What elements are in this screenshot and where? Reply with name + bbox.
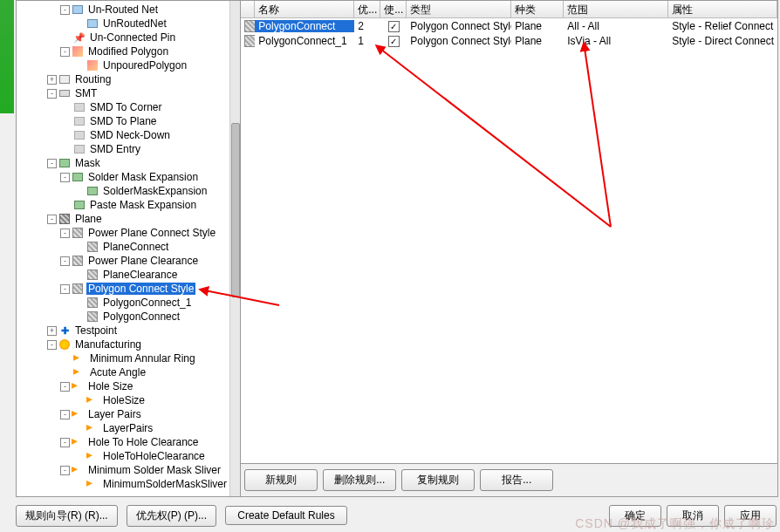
left-accent: [0, 0, 14, 113]
tree-holesize[interactable]: HoleSize: [101, 394, 147, 406]
tree-modified-polygon[interactable]: Modified Polygon: [86, 45, 170, 58]
cell-attr: Style - Relief Connect: [668, 20, 777, 32]
rules-list: 名称 优... 使... 类型 种类 范围 属性 PolygonConnect …: [241, 1, 777, 464]
rule-icon: [244, 20, 255, 32]
tree-layer-pairs[interactable]: Layer Pairs: [86, 408, 143, 420]
tree-plane[interactable]: Plane: [73, 213, 104, 225]
cell-name: PolygonConnect_1: [255, 35, 354, 47]
tree-scrollbar[interactable]: [229, 1, 240, 496]
flag-icon: [72, 436, 84, 448]
scrollbar-thumb[interactable]: [231, 123, 240, 297]
tree-hole-to-hole[interactable]: Hole To Hole Clearance: [86, 436, 201, 448]
col-kind[interactable]: 种类: [511, 1, 564, 17]
watermark: CSDN @我成了啊强，你成了啊珍: [575, 516, 775, 532]
tree-acute-angle[interactable]: Acute Angle: [88, 366, 147, 379]
tree-unroutednet[interactable]: UnRoutedNet: [101, 17, 168, 30]
flag-icon: [73, 352, 86, 365]
flag-icon: [73, 366, 86, 379]
rules-list-pane: 名称 优... 使... 类型 种类 范围 属性 PolygonConnect …: [241, 1, 777, 496]
flag-icon: [72, 464, 84, 476]
cell-type: Polygon Connect Style: [407, 20, 511, 32]
cell-name: PolygonConnect: [255, 20, 354, 32]
enable-checkbox[interactable]: [388, 36, 400, 47]
tree-power-plane-clearance[interactable]: Power Plane Clearance: [86, 255, 200, 267]
tree-mask[interactable]: Mask: [73, 157, 102, 169]
flag-icon: [86, 394, 99, 406]
rule-wizard-button[interactable]: 规则向导(R) (R)...: [16, 505, 118, 527]
tree-manufacturing[interactable]: Manufacturing: [73, 338, 143, 351]
tree-soldermaskexpansion[interactable]: SolderMaskExpansion: [101, 185, 209, 197]
col-enable[interactable]: 使...: [380, 1, 407, 17]
tree-testpoint[interactable]: Testpoint: [73, 324, 119, 337]
tree-min-annular[interactable]: Minimum Annular Ring: [88, 352, 197, 365]
cell-scope: IsVia - All: [564, 35, 668, 47]
cell-priority: 1: [354, 35, 380, 47]
rule-icon: [244, 35, 255, 47]
main-panel: -Un-Routed Net UnRoutedNet Un-Connected …: [16, 0, 778, 497]
tree-smd-entry[interactable]: SMD Entry: [88, 143, 142, 155]
cell-attr: Style - Direct Connect: [668, 35, 777, 47]
enable-checkbox[interactable]: [388, 21, 400, 32]
new-rule-button[interactable]: 新规则: [244, 469, 318, 491]
rules-tree-pane: -Un-Routed Net UnRoutedNet Un-Connected …: [17, 1, 241, 496]
tree-smd-neck[interactable]: SMD Neck-Down: [88, 129, 172, 141]
tree-minsoldermasksliver[interactable]: MinimumSolderMaskSliver: [101, 478, 229, 490]
cell-kind: Plane: [511, 35, 564, 47]
tree-smd-corner[interactable]: SMD To Corner: [88, 101, 163, 113]
cell-scope: All - All: [564, 20, 668, 32]
tree-holetoholeclearance[interactable]: HoleToHoleClearance: [101, 450, 207, 462]
tree-solder-mask-exp[interactable]: Solder Mask Expansion: [86, 171, 200, 183]
tree-hole-size[interactable]: Hole Size: [86, 380, 134, 392]
list-header: 名称 优... 使... 类型 种类 范围 属性: [241, 1, 777, 18]
priority-button[interactable]: 优先权(P) (P)...: [127, 505, 216, 527]
tree-routing[interactable]: Routing: [73, 73, 113, 85]
tree-unconnected-pin[interactable]: Un-Connected Pin: [88, 31, 177, 44]
tree-smd-plane[interactable]: SMD To Plane: [88, 115, 158, 127]
create-default-rules-button[interactable]: Create Default Rules: [225, 506, 347, 525]
tree-min-solder-sliver[interactable]: Minimum Solder Mask Sliver: [86, 464, 222, 476]
flag-icon: [86, 478, 99, 490]
tree-layerpairs[interactable]: LayerPairs: [101, 422, 154, 434]
tree-polygonconnect[interactable]: PolygonConnect: [101, 310, 181, 323]
tree-unpoured-polygon[interactable]: UnpouredPolygon: [101, 59, 188, 72]
list-buttons: 新规则 删除规则... 复制规则 报告...: [241, 464, 777, 496]
testpoint-icon: [58, 324, 71, 337]
col-attr[interactable]: 属性: [668, 1, 777, 17]
tree-unrouted-net[interactable]: Un-Routed Net: [86, 3, 160, 16]
tree-planeconnect[interactable]: PlaneConnect: [101, 241, 170, 253]
cell-kind: Plane: [511, 20, 564, 32]
flag-icon: [86, 450, 99, 462]
tree-planeclearance[interactable]: PlaneClearance: [101, 269, 179, 281]
col-type[interactable]: 类型: [407, 1, 511, 17]
tree-smt[interactable]: SMT: [73, 87, 99, 99]
col-name[interactable]: 名称: [255, 1, 354, 17]
flag-icon: [72, 380, 84, 392]
report-button[interactable]: 报告...: [480, 469, 553, 491]
flag-icon: [86, 422, 99, 434]
pin-icon: [73, 31, 86, 44]
tree-paste-mask-exp[interactable]: Paste Mask Expansion: [88, 199, 198, 211]
col-scope[interactable]: 范围: [564, 1, 668, 17]
copy-rule-button[interactable]: 复制规则: [401, 469, 475, 491]
col-priority[interactable]: 优...: [354, 1, 380, 17]
flag-icon: [72, 408, 84, 420]
list-row[interactable]: PolygonConnect 2 Polygon Connect Style P…: [241, 18, 777, 33]
delete-rule-button[interactable]: 删除规则...: [323, 469, 396, 491]
tree-power-plane-connect[interactable]: Power Plane Connect Style: [86, 227, 217, 239]
tree-polygon-connect-style[interactable]: Polygon Connect Style: [86, 283, 195, 295]
cell-priority: 2: [354, 20, 380, 32]
list-row[interactable]: PolygonConnect_1 1 Polygon Connect Style…: [241, 33, 777, 48]
tree-polygonconnect-1[interactable]: PolygonConnect_1: [101, 297, 193, 309]
cell-type: Polygon Connect Style: [407, 35, 511, 47]
rules-tree[interactable]: -Un-Routed Net UnRoutedNet Un-Connected …: [17, 1, 229, 496]
